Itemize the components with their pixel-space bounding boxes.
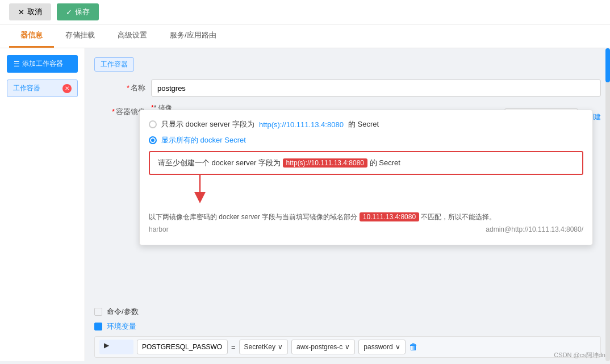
warning-text2: 不匹配，所以不能选择。 [421,213,496,221]
harbor-url: admin@http://10.111.13.4:8080/ [486,225,583,233]
top-bar: ✕ 取消 ✓ 保存 [0,0,610,24]
env-row-0: ▶ = SecretKey ∨ awx-postgres-c ∨ passwor… [94,336,601,358]
chevron-down-icon-0: ∨ [278,343,283,351]
error-box: 请至少创建一个 docker server 字段为 http(s)://10.1… [149,151,583,175]
tab-basic-info[interactable]: 器信息 [9,24,54,48]
radio-1-link: http(s)://10.111.13.4:8080 [259,120,344,129]
checkbox-env: 环境变量 [94,321,601,332]
env-table: ▶ = SecretKey ∨ awx-postgres-c ∨ passwor… [94,336,601,361]
container-item-label: 工作容器 [13,83,40,93]
tab-service[interactable]: 服务/应用路由 [158,24,228,48]
save-label: 保存 [75,7,90,17]
command-checkbox[interactable] [94,308,102,316]
env-section: 命令/参数 环境变量 ▶ = SecretKey ∨ a [94,307,601,361]
cancel-button[interactable]: ✕ 取消 [9,3,51,20]
scrollbar-thumb [605,48,610,82]
warning-highlight: 10.111.13.4:8080 [360,212,419,221]
sidebar: ☰ 添加工作容器 工作容器 ✕ [0,48,85,361]
env-row-0-field-label: password [364,343,392,351]
scrollbar[interactable] [605,48,610,361]
radio-1-text1: 只显示 docker server 字段为 [161,119,254,129]
name-input[interactable] [151,80,601,97]
tab-advanced[interactable]: 高级设置 [106,24,158,48]
env-label: 环境变量 [107,321,136,332]
harbor-row: harbor admin@http://10.111.13.4:8080/ [149,225,583,233]
red-arrow-svg [183,175,251,203]
tabs: 器信息 存储挂载 高级设置 服务/应用路由 [0,24,610,48]
env-row-0-delete[interactable]: 🗑 [409,342,418,352]
dropdown-overlay: 只显示 docker server 字段为 http(s)://10.111.1… [139,110,593,245]
save-button[interactable]: ✓ 保存 [57,3,99,20]
env-checkbox[interactable] [94,323,102,330]
add-container-button[interactable]: ☰ 添加工作容器 [7,55,78,73]
env-row-0-secret[interactable]: awx-postgres-c ∨ [291,340,355,354]
remove-container-icon[interactable]: ✕ [62,84,72,93]
main-layout: ☰ 添加工作容器 工作容器 ✕ 工作容器 *名称 *容器镜像 ** 镜 [0,48,610,361]
warning-row: 以下两镜像仓库密码的 docker server 字段与当前填写镜像的域名部分 … [149,212,583,222]
image-label: *容器镜像 [94,103,145,117]
section-label: 工作容器 [94,57,134,72]
add-container-label: 添加工作容器 [22,59,63,69]
checkbox-command: 命令/参数 [94,307,601,317]
env-row-0-type[interactable]: SecretKey ∨ [239,340,288,354]
cancel-icon: ✕ [18,8,24,16]
save-icon: ✓ [66,8,72,16]
chevron-down-icon-0f: ∨ [395,343,400,351]
env-row-0-key[interactable] [137,340,228,354]
env-row-0-type-label: SecretKey [244,343,275,351]
error-text1: 请至少创建一个 docker server 字段为 [158,158,281,167]
radio-1-text2: 的 Secret [348,119,379,129]
command-label: 命令/参数 [107,307,139,317]
warning-text1: 以下两镜像仓库密码的 docker server 字段与当前填写镜像的域名部分 [149,213,357,221]
env-row-0-field[interactable]: password ∨ [358,340,405,354]
harbor-name: harbor [149,225,169,233]
error-text2: 的 Secret [370,158,400,167]
radio-option-2[interactable]: 显示所有的 docker Secret [149,135,583,145]
arrow-area [149,181,583,209]
name-label: *名称 [94,80,145,93]
cancel-label: 取消 [27,7,42,17]
radio-2-text: 显示所有的 docker Secret [161,135,246,145]
env-row-0-secret-label: awx-postgres-c [296,343,342,351]
radio-2-dot [149,136,157,144]
content-area: 工作容器 *名称 *容器镜像 ** 镜像 ImagePullSecret [85,48,610,361]
name-row: *名称 [94,80,601,97]
chevron-down-icon-0s: ∨ [345,343,350,351]
add-icon: ☰ [14,60,20,68]
env-row-0-equals: = [231,343,236,352]
watermark: CSDN @cs阿坤dn [554,351,605,359]
radio-1-dot [149,120,157,128]
radio-option-1[interactable]: 只显示 docker server 字段为 http(s)://10.111.1… [149,119,583,129]
env-row-0-expand[interactable]: ▶ [99,340,133,354]
tab-storage[interactable]: 存储挂载 [54,24,106,48]
error-link: http(s)://10.111.13.4:8080 [283,158,367,168]
container-item[interactable]: 工作容器 ✕ [7,80,78,97]
